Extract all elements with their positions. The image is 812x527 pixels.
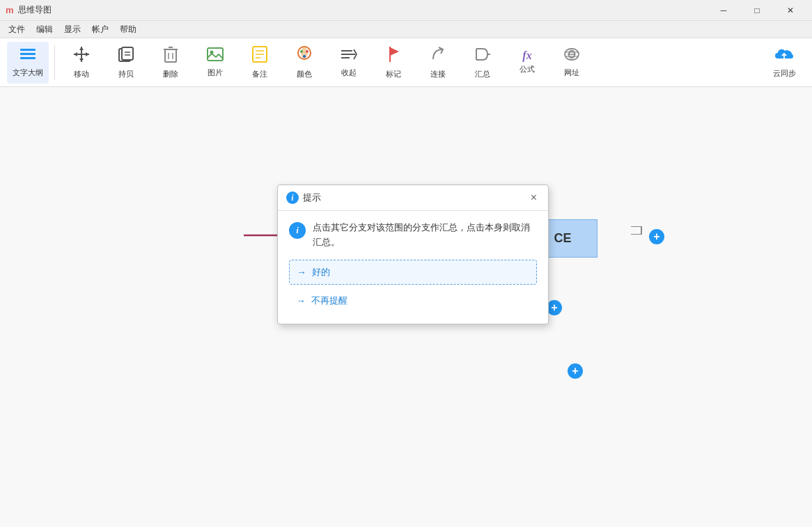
toolbar-biaoji[interactable]: 标记 [373,42,414,84]
shouqi-label: 收起 [341,68,357,78]
toolbar-tupian[interactable]: 图片 [194,42,236,84]
dialog-header-icon: i [286,191,299,204]
minimize-button[interactable]: ─ [708,0,740,21]
shanchu-icon [162,45,179,66]
dialog-close-button[interactable]: × [528,191,540,205]
chiban-icon [117,45,135,66]
svg-marker-32 [390,47,399,56]
dialog-option-ok[interactable]: → 好的 [289,260,537,285]
toolbar-yanse[interactable]: 颜色 [283,42,325,84]
close-button[interactable]: ✕ [774,0,806,21]
title-bar: m 思维导图 ─ □ ✕ [0,0,812,21]
dialog-box: i 提示 × i 点击其它分支对该范围的分支作汇总，点击本身则取消汇总。 → 好… [277,184,549,324]
beizhu-label: 备注 [252,69,267,79]
svg-rect-1 [20,53,36,55]
huizong-icon [474,45,492,66]
menu-bar: 文件 编辑 显示 帐户 帮助 [0,21,812,38]
menu-file[interactable]: 文件 [3,22,31,37]
shanchu-label: 删除 [163,69,178,79]
yidong-label: 移动 [74,69,89,79]
toolbar-shanchu[interactable]: 删除 [150,42,192,84]
menu-account[interactable]: 帐户 [86,22,114,37]
dialog-option-noremind-text: 不再提醒 [311,294,348,307]
dialog-title: 提示 [303,191,524,204]
gongshi-label: 公式 [520,64,535,74]
svg-point-27 [303,55,306,58]
toolbar-chiban[interactable]: 持贝 [105,42,147,84]
biaoji-icon [385,45,402,66]
svg-rect-18 [208,48,223,61]
toolbar-sep-1 [54,45,55,80]
lianjie-label: 连接 [430,69,446,79]
svg-point-25 [300,50,303,53]
dialog-message-icon: i [289,222,306,239]
menu-help[interactable]: 帮助 [114,22,142,37]
toolbar-beizhu[interactable]: 备注 [239,42,281,84]
app-icon: m [6,5,14,15]
dialog-option-ok-arrow: → [297,267,306,278]
svg-rect-13 [165,49,176,62]
svg-rect-10 [122,47,133,60]
toolbar-yidong[interactable]: 移动 [61,42,102,84]
yunsync-label: 云同步 [773,68,796,79]
wenzidagang-icon [19,47,37,65]
dialog-option-noremind[interactable]: → 不再提醒 [289,289,537,313]
dialog-overlay: i 提示 × i 点击其它分支对该范围的分支作汇总，点击本身则取消汇总。 → 好… [0,87,812,527]
title-text: 思维导图 [18,4,708,16]
svg-rect-0 [20,49,36,51]
svg-marker-8 [86,52,89,56]
toolbar-shouqi[interactable]: 收起 [328,42,370,84]
dialog-option-ok-text: 好的 [312,266,330,278]
wangzhi-icon [563,47,581,65]
dialog-header: i 提示 × [278,185,548,211]
wangzhi-label: 网址 [564,68,579,78]
beizhu-icon [251,45,268,66]
menu-view[interactable]: 显示 [58,22,86,37]
dialog-body: i 点击其它分支对该范围的分支作汇总，点击本身则取消汇总。 → 好的 → 不再提… [278,211,548,324]
yanse-label: 颜色 [297,69,312,79]
dialog-option-noremind-arrow: → [296,295,306,306]
gongshi-icon: fx [522,50,531,61]
yidong-icon [72,45,91,66]
svg-marker-6 [79,58,84,62]
shouqi-icon [340,47,358,65]
lianjie-icon [429,45,447,66]
toolbar-wenzidagang[interactable]: 文字大纲 [7,42,49,84]
tupian-icon [206,47,224,65]
toolbar: 文字大纲 移动 持贝 [0,38,812,87]
yunsync-icon [774,46,795,65]
svg-point-26 [306,50,309,53]
toolbar-gongshi[interactable]: fx 公式 [506,42,548,84]
dialog-message-text: 点击其它分支对该范围的分支作汇总，点击本身则取消汇总。 [313,221,537,250]
toolbar-yunsync[interactable]: 云同步 [763,42,805,84]
wenzidagang-label: 文字大纲 [13,68,43,78]
maximize-button[interactable]: □ [741,0,773,21]
huizong-label: 汇总 [475,69,490,79]
canvas-area[interactable]: CE + + + + 第一步 XXX i 提示 × [0,87,812,527]
biaoji-label: 标记 [386,69,401,79]
window-controls: ─ □ ✕ [708,0,806,21]
yanse-icon [295,45,313,66]
tupian-label: 图片 [208,68,223,78]
svg-marker-7 [74,52,77,56]
menu-edit[interactable]: 编辑 [31,22,58,37]
svg-rect-2 [20,57,36,59]
toolbar-huizong[interactable]: 汇总 [462,42,503,84]
dialog-message-row: i 点击其它分支对该范围的分支作汇总，点击本身则取消汇总。 [289,221,537,250]
toolbar-lianjie[interactable]: 连接 [417,42,459,84]
chiban-label: 持贝 [118,69,134,79]
toolbar-wangzhi[interactable]: 网址 [551,42,593,84]
svg-marker-5 [79,47,84,50]
